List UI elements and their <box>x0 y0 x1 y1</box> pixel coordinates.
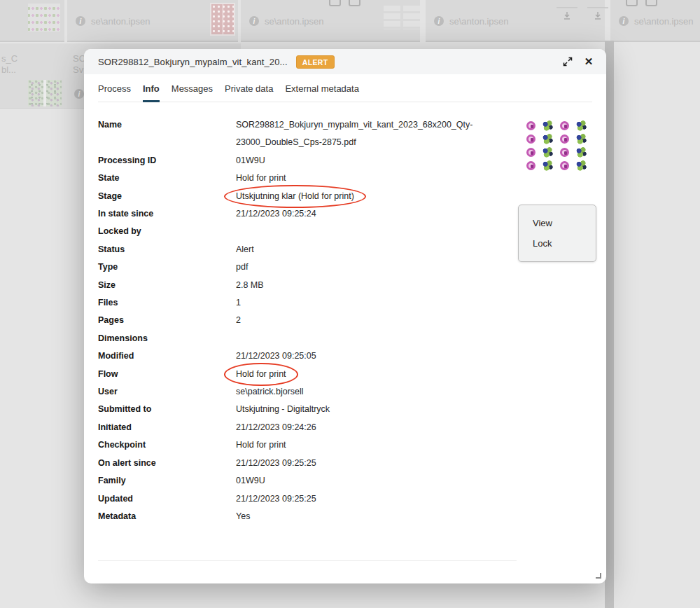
field-label: User <box>98 383 236 401</box>
field-label: Status <box>98 241 236 258</box>
field-value: Hold for print <box>236 436 286 454</box>
menu-item-view[interactable]: View <box>519 213 596 233</box>
resize-handle-icon[interactable] <box>596 573 601 579</box>
field-label: Name <box>98 116 236 134</box>
dialog-header: SOR298812_Bokjuryn_mypalm_vit_kant_20...… <box>84 49 606 74</box>
field-row: Family01W9U <box>98 472 518 490</box>
field-row: MetadataYes <box>98 508 518 525</box>
field-label: State <box>98 170 236 187</box>
field-value: 21/12/2023 09:24:26 <box>236 419 316 436</box>
field-label: Submitted to <box>98 401 236 418</box>
field-value: se\patrick.bjorsell <box>236 383 304 401</box>
field-label: Modified <box>98 347 236 365</box>
field-value: 21/12/2023 09:25:25 <box>236 455 316 472</box>
field-value-annotated: Hold for print <box>236 366 286 383</box>
field-row: NameSOR298812_Bokjuryn_mypalm_vit_kant_2… <box>98 116 518 152</box>
alert-status-badge: ALERT <box>296 55 335 69</box>
tab-external-metadata[interactable]: External metadata <box>285 83 359 102</box>
field-label: Updated <box>98 490 236 508</box>
field-value: SOR298812_Bokjuryn_mypalm_vit_kant_2023_… <box>236 116 502 152</box>
field-value: 01W9U <box>236 472 265 490</box>
field-row: Userse\patrick.bjorsell <box>98 383 518 401</box>
field-row: StageUtskjutning klar (Hold for print) <box>98 188 518 205</box>
imposition-artwork-mark <box>575 147 587 158</box>
field-value: 2.8 MB <box>236 277 264 294</box>
field-label: Pages <box>98 312 236 329</box>
imposition-artwork-mark <box>542 134 554 144</box>
imposition-badge-mark <box>560 148 569 157</box>
imposition-artwork-mark <box>575 160 587 171</box>
field-row: Initiated21/12/2023 09:24:26 <box>98 419 518 436</box>
field-value: Hold for print <box>236 170 286 187</box>
tab-private-data[interactable]: Private data <box>225 83 273 102</box>
field-label: Processing ID <box>98 152 236 170</box>
field-row: Locked by <box>98 223 518 240</box>
dialog-title: SOR298812_Bokjuryn_mypalm_vit_kant_20... <box>98 57 288 67</box>
field-value: 01W9U <box>236 152 265 170</box>
field-value: 21/12/2023 09:25:05 <box>236 347 316 365</box>
field-row: Pages2 <box>98 312 518 329</box>
field-value: 2 <box>236 312 241 329</box>
field-row: StateHold for print <box>98 170 518 187</box>
field-label: Type <box>98 258 236 276</box>
expand-dialog-icon[interactable] <box>561 55 574 68</box>
close-icon[interactable]: ✕ <box>582 55 595 68</box>
field-value: Alert <box>236 241 254 258</box>
field-row: FlowHold for print <box>98 366 518 383</box>
imposition-artwork-mark <box>575 134 587 144</box>
field-value: pdf <box>236 258 248 276</box>
field-row: Modified21/12/2023 09:25:05 <box>98 347 518 365</box>
field-row: In state since21/12/2023 09:25:24 <box>98 205 518 223</box>
field-value: Yes <box>236 508 250 525</box>
field-row: Files1 <box>98 294 518 312</box>
tab-info[interactable]: Info <box>143 83 160 102</box>
imposition-artwork-mark <box>542 160 554 171</box>
footer-divider <box>98 560 517 561</box>
field-label: On alert since <box>98 455 236 472</box>
field-label: Initiated <box>98 419 236 436</box>
file-info-dialog: SOR298812_Bokjuryn_mypalm_vit_kant_20...… <box>84 49 606 583</box>
file-info-fields: NameSOR298812_Bokjuryn_mypalm_vit_kant_2… <box>98 116 518 525</box>
field-label: Files <box>98 294 236 312</box>
field-row: StatusAlert <box>98 241 518 258</box>
field-value: 21/12/2023 09:25:24 <box>236 205 316 223</box>
field-label: Locked by <box>98 223 236 240</box>
field-label: Stage <box>98 188 236 205</box>
field-value: 21/12/2023 09:25:25 <box>236 490 316 508</box>
field-label: Metadata <box>98 508 236 525</box>
field-value: 1 <box>236 294 241 312</box>
field-label: Checkpoint <box>98 436 236 454</box>
field-row: On alert since21/12/2023 09:25:25 <box>98 455 518 472</box>
tab-messages[interactable]: Messages <box>172 83 213 102</box>
field-row: CheckpointHold for print <box>98 436 518 454</box>
field-value-annotated: Utskjutning klar (Hold for print) <box>236 188 354 205</box>
field-label: Family <box>98 472 236 490</box>
imposition-badge-mark <box>560 134 569 144</box>
file-preview-thumbnail[interactable] <box>522 119 592 172</box>
field-row: Size2.8 MB <box>98 277 518 294</box>
imposition-artwork-mark <box>542 147 554 158</box>
imposition-badge-mark <box>560 161 569 170</box>
imposition-badge-mark <box>526 161 536 170</box>
imposition-badge-mark <box>526 148 536 157</box>
imposition-badge-mark <box>526 121 536 130</box>
imposition-artwork-mark <box>575 120 587 131</box>
field-label: Size <box>98 277 236 294</box>
field-value: Utskjutning - Digitaltryck <box>236 401 330 418</box>
field-row: Updated21/12/2023 09:25:25 <box>98 490 518 508</box>
imposition-badge-mark <box>560 121 569 130</box>
field-label: Flow <box>98 366 236 383</box>
field-label: Dimensions <box>98 330 236 347</box>
context-menu: ViewLock <box>518 205 596 262</box>
field-row: Dimensions <box>98 330 518 347</box>
field-row: Typepdf <box>98 258 518 276</box>
field-row: Submitted toUtskjutning - Digitaltryck <box>98 401 518 418</box>
imposition-badge-mark <box>526 134 536 144</box>
tab-bar: ProcessInfoMessagesPrivate dataExternal … <box>98 83 592 102</box>
field-row: Processing ID01W9U <box>98 152 518 170</box>
menu-item-lock[interactable]: Lock <box>519 233 596 254</box>
imposition-artwork-mark <box>542 120 554 131</box>
field-label: In state since <box>98 205 236 223</box>
tab-process[interactable]: Process <box>98 83 131 102</box>
